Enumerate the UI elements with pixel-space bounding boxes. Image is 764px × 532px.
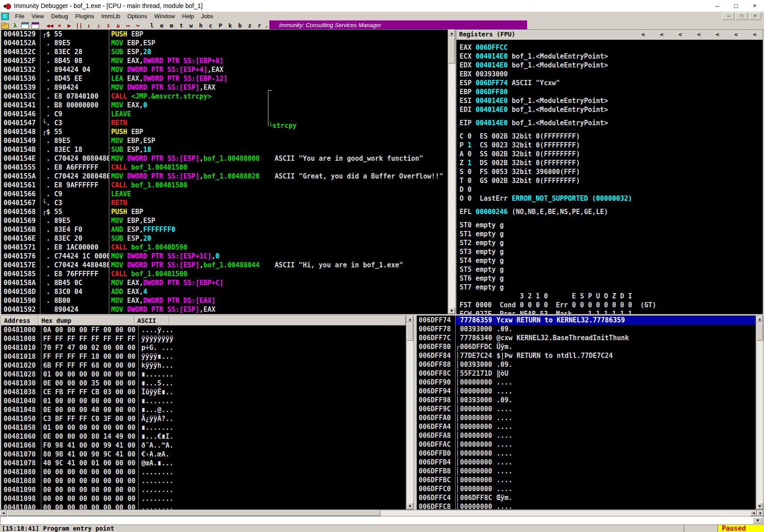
- scroll-right-icon[interactable]: ►: [757, 510, 764, 516]
- disasm-row[interactable]: 00401548┌$ 55PUSH EBP: [1, 127, 448, 136]
- disasm-row[interactable]: 00401571 . E8 1AC00000CALL bof_1.0040D59…: [1, 243, 448, 252]
- register-line[interactable]: ST2 empty g: [456, 238, 763, 247]
- registers-header[interactable]: Registers (FPU) <<<<<<<: [456, 30, 763, 40]
- hexdump-row[interactable]: 0048102801 00 00 00 00 00 00 00∎.......: [1, 370, 406, 379]
- disasm-row[interactable]: 0040152F . 8B45 08MOV EAX,DWORD PTR SS:[…: [1, 56, 448, 65]
- register-line[interactable]: ST5 empty g: [456, 265, 763, 274]
- restart-icon[interactable]: ◀◀: [45, 21, 54, 29]
- disasm-row[interactable]: 00401555 . E8 A6FFFFFFCALL bof_1.0040150…: [1, 163, 448, 172]
- register-line[interactable]: EAX 006DFFCC: [456, 43, 763, 52]
- minimize-icon[interactable]: –: [708, 0, 727, 12]
- stack-row[interactable]: 006DFF7800393000.09.: [417, 325, 756, 333]
- disasm-row[interactable]: 0040152C . 83EC 28SUB ESP,28: [1, 48, 448, 56]
- disasm-row[interactable]: 00401576 . C74424 1C 0000MOV DWORD PTR S…: [1, 252, 448, 261]
- chevron-left-icon[interactable]: <: [753, 30, 756, 40]
- toolbar-letter-e[interactable]: e: [157, 21, 166, 29]
- hexdump-row[interactable]: 0048107840 9C 41 00 01 00 00 00@œA.∎...: [1, 459, 406, 468]
- hexdump-row[interactable]: 0048109800 00 00 00 00 00 00 00........: [1, 494, 406, 503]
- disasm-row[interactable]: 0040153C . E8 07840100CALL <JMP.&msvcrt.…: [1, 92, 448, 101]
- toolbar-letter-t[interactable]: t: [177, 21, 186, 29]
- services-banner[interactable]: Immunity: Consulting Services Manager: [269, 20, 527, 30]
- menu-debug[interactable]: Debug: [48, 12, 72, 20]
- stack-row[interactable]: 006DFFAC│00000000....: [417, 440, 756, 449]
- register-line[interactable]: ST0 empty g: [456, 221, 763, 230]
- disasm-row[interactable]: 0040157E . C70424 4480480MOV DWORD PTR S…: [1, 261, 448, 270]
- scroll-up-icon[interactable]: ▲: [756, 316, 763, 322]
- register-line[interactable]: P 1 CS 0023 32bit 0(FFFFFFFF): [456, 141, 763, 150]
- toolbar-letter-k[interactable]: k: [226, 21, 235, 29]
- menu-immlib[interactable]: ImmLib: [98, 12, 124, 20]
- disasm-row[interactable]: 00401547└. C3RETN: [1, 119, 448, 127]
- open-file-icon[interactable]: [1, 23, 9, 28]
- chevron-left-icon[interactable]: <: [660, 30, 664, 40]
- disasm-row[interactable]: 00401592 890424MOV DWORD PTR SS:[ESP],EA…: [1, 305, 448, 314]
- attach-process-icon[interactable]: λ: [11, 21, 20, 29]
- hexdump-scrollbar[interactable]: ▲ ▼: [406, 315, 414, 510]
- register-line[interactable]: S 0 FS 0053 32bit 396000(FFF): [456, 167, 763, 176]
- hexdump-row[interactable]: 00481050C3 BF FF FF C0 3F 00 00Ã¿ÿÿÀ?..: [1, 414, 406, 423]
- stack-row[interactable]: 006DFFB8│00000000....: [417, 467, 756, 476]
- scroll-up-icon[interactable]: ▲: [407, 316, 413, 322]
- register-line[interactable]: A 0 SS 002B 32bit 0(FFFFFFFF): [456, 150, 763, 159]
- menu-file[interactable]: File: [12, 12, 28, 20]
- disasm-row[interactable]: 00401585 . E8 76FFFFFFCALL bof_1.0040150…: [1, 270, 448, 278]
- toolbar-letter-l[interactable]: l: [148, 21, 156, 29]
- disasm-row[interactable]: 0040156B . 83E4 F0AND ESP,FFFFFFF0: [1, 225, 448, 234]
- stack-row[interactable]: 006DFFBC│00000000....: [417, 476, 756, 484]
- toolbar-letter-m[interactable]: m: [167, 21, 176, 29]
- register-line[interactable]: EFL 00000246 (NO,NB,E,BE,NS,PE,GE,LE): [456, 207, 763, 216]
- register-line[interactable]: EDX 004014E0 bof_1.<ModuleEntryPoint>: [456, 61, 763, 70]
- registers-pane[interactable]: Registers (FPU) <<<<<<< EAX 006DFFCCECX …: [456, 29, 763, 314]
- windows-list-icon[interactable]: [21, 22, 29, 29]
- hexdump-pane[interactable]: Address Hex dump ASCII 004810000A 00 00 …: [1, 315, 406, 510]
- scroll-left-icon[interactable]: ◄: [750, 510, 757, 516]
- hexdump-row[interactable]: 004810206B FF FF FF 68 00 00 00kÿÿÿh...: [1, 361, 406, 370]
- scroll-left-icon[interactable]: ◄: [0, 510, 7, 516]
- register-line[interactable]: EBX 00393000: [456, 70, 763, 79]
- disasm-row[interactable]: 00401590 . 8B00MOV EAX,DWORD PTR DS:[EAX…: [1, 296, 448, 305]
- stack-row[interactable]: 006DFFB0│00000000....: [417, 449, 756, 458]
- register-line[interactable]: O 0 LastErr ERROR_NOT_SUPPORTED (0000003…: [456, 194, 763, 203]
- trace-into-icon[interactable]: ↧: [104, 21, 113, 29]
- hexdump-row[interactable]: 0048107080 9B 41 00 90 9C 41 00€›A.œA.: [1, 450, 406, 459]
- scroll-down-icon[interactable]: ▼: [756, 503, 763, 509]
- stack-row[interactable]: 006DFF9C│00000000....: [417, 405, 756, 413]
- register-line[interactable]: ECX 004014E0 bof_1.<ModuleEntryPoint>: [456, 52, 763, 61]
- stack-row[interactable]: 006DFFB4│00000000....: [417, 458, 756, 467]
- hexdump-row[interactable]: 0048108000 00 00 00 00 00 00 00........: [1, 468, 406, 476]
- disasm-row[interactable]: 00401561 . E8 9AFFFFFFCALL bof_1.0040150…: [1, 181, 448, 190]
- chevron-left-icon[interactable]: <: [679, 30, 682, 40]
- execute-till-user-icon[interactable]: ↪: [133, 21, 142, 29]
- maximize-icon[interactable]: □: [727, 0, 745, 12]
- disasm-row[interactable]: 00401568┌$ 55PUSH EBP: [1, 207, 448, 216]
- child-restore-icon[interactable]: □: [736, 12, 748, 20]
- disasm-row[interactable]: 00401539 . 890424MOV DWORD PTR SS:[ESP],…: [1, 83, 448, 92]
- menu-window[interactable]: Window: [151, 12, 178, 20]
- disasm-row[interactable]: 00401532 . 894424 04MOV DWORD PTR SS:[ES…: [1, 65, 448, 74]
- register-line[interactable]: 3 2 1 0 E S P U O Z D I: [456, 292, 763, 301]
- stack-scrollbar[interactable]: ▲ ▼: [756, 315, 764, 510]
- hexdump-row[interactable]: 00481008FF FF FF FF FF FF FF FFÿÿÿÿÿÿÿÿ: [1, 334, 406, 343]
- child-close-icon[interactable]: ×: [749, 12, 761, 20]
- execute-till-return-icon[interactable]: ↦: [124, 21, 132, 29]
- register-line[interactable]: C 0 ES 002B 32bit 0(FFFFFFFF): [456, 132, 763, 141]
- register-line[interactable]: ST1 empty g: [456, 230, 763, 238]
- scroll-thumb[interactable]: [756, 323, 763, 341]
- step-over-icon[interactable]: ⇓: [94, 21, 103, 29]
- disasm-row[interactable]: 00401567└. C3RETN: [1, 199, 448, 207]
- disasm-row[interactable]: 0040155A . C70424 2080480MOV DWORD PTR S…: [1, 172, 448, 181]
- hexdump-row[interactable]: 004810480E 00 00 00 40 00 00 00∎...@...: [1, 405, 406, 414]
- disasm-row[interactable]: 00401566 . C9LEAVE: [1, 190, 448, 199]
- stack-pane[interactable]: 006DFF7477786359Ycxw RETURN to KERNEL32.…: [416, 315, 756, 510]
- disasm-row[interactable]: 0040156E . 83EC 20SUB ESP,20: [1, 234, 448, 243]
- register-line[interactable]: ESI 004014E0 bof_1.<ModuleEntryPoint>: [456, 96, 763, 105]
- log-window-icon[interactable]: [32, 22, 39, 29]
- hexdump-row[interactable]: 00481018FF FF FF FF 18 00 00 00ÿÿÿÿ∎...: [1, 352, 406, 361]
- stack-row[interactable]: 006DFF84│77DE7C24$|Þw RETURN to ntdll.77…: [417, 351, 756, 360]
- stack-row[interactable]: 006DFFC8│00000000....: [417, 502, 756, 510]
- command-dropdown-icon[interactable]: ▼: [753, 517, 763, 524]
- stack-row[interactable]: 006DFF8C│55F2171D‖òU: [417, 369, 756, 378]
- stack-row[interactable]: 006DFFA4│00000000....: [417, 422, 756, 431]
- run-icon[interactable]: ▶: [65, 21, 74, 29]
- stack-row[interactable]: 006DFF90│00000000....: [417, 378, 756, 387]
